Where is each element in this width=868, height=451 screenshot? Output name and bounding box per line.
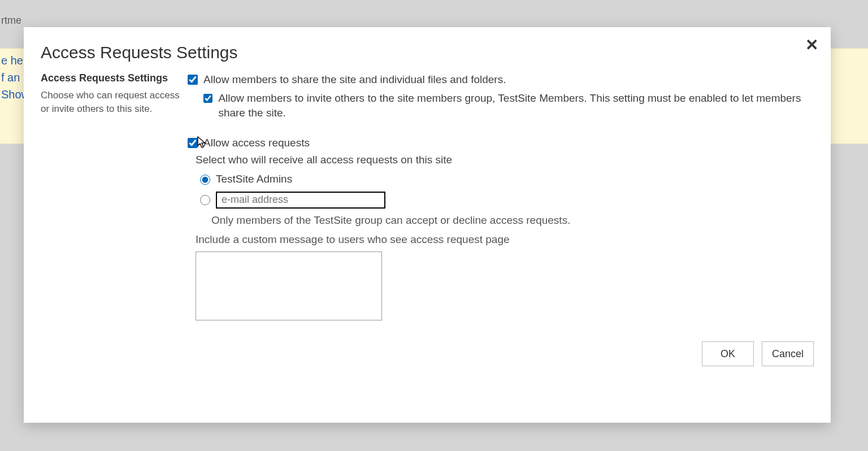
recipients-note: Only members of the TestSite group can a… bbox=[211, 214, 814, 227]
radio-admins[interactable] bbox=[200, 175, 210, 185]
bg-line1: e her bbox=[1, 54, 27, 67]
radio-email[interactable] bbox=[200, 195, 210, 205]
background-breadcrumb-fragment: rtme bbox=[1, 12, 21, 29]
side-heading: Access Requests Settings bbox=[41, 72, 182, 84]
allow-requests-checkbox[interactable] bbox=[188, 138, 198, 148]
side-description: Choose who can request access or invite … bbox=[41, 89, 182, 116]
allow-share-checkbox[interactable] bbox=[188, 75, 198, 85]
email-input[interactable] bbox=[216, 192, 385, 209]
custom-message-textarea[interactable] bbox=[196, 251, 382, 320]
dialog-side-column: Access Requests Settings Choose who can … bbox=[41, 72, 188, 116]
dialog-main-column: Allow members to share the site and indi… bbox=[188, 72, 814, 323]
access-requests-dialog: Access Requests Settings ✕ Access Reques… bbox=[24, 27, 831, 423]
recipients-label: Select who will receive all access reque… bbox=[196, 154, 814, 166]
allow-requests-label: Allow access requests bbox=[203, 136, 310, 151]
allow-invite-label: Allow members to invite others to the si… bbox=[218, 91, 814, 121]
ok-button[interactable]: OK bbox=[702, 341, 754, 366]
custom-message-label: Include a custom message to users who se… bbox=[196, 233, 814, 246]
dialog-footer: OK Cancel bbox=[702, 341, 814, 366]
radio-admins-label: TestSite Admins bbox=[216, 172, 292, 187]
allow-invite-checkbox[interactable] bbox=[203, 93, 212, 103]
close-icon[interactable]: ✕ bbox=[802, 37, 821, 55]
allow-share-label: Allow members to share the site and indi… bbox=[203, 72, 506, 88]
cancel-button[interactable]: Cancel bbox=[762, 341, 814, 366]
dialog-title: Access Requests Settings bbox=[41, 43, 814, 62]
